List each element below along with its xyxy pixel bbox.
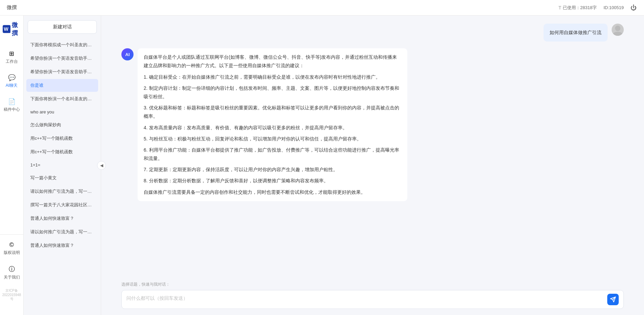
list-item[interactable]: 请以如何推广引流为题，写一篇大纲 xyxy=(26,226,98,238)
list-item[interactable]: 写一篇小黄文 xyxy=(26,172,98,184)
ai-response-paragraph: 7. 定期更新：定期更新内容，保持活跃度，可以让用户对你的内容产生兴趣，增加用户… xyxy=(144,165,401,174)
workbench-label: 工作台 xyxy=(6,59,18,64)
sidebar-item-draft[interactable]: 📄 稿件中心 xyxy=(0,95,23,116)
list-item[interactable]: 希望你扮演一个英语发音助手，我提供给你... xyxy=(26,52,98,65)
send-icon xyxy=(610,296,616,303)
quick-topics-label: 选择话题，快速与我对话： xyxy=(121,282,624,287)
beian-text: 京ICP备2022015948号 xyxy=(0,286,23,304)
nav-bottom: © 版权说明 ⓘ 关于我们 京ICP备2022015948号 xyxy=(0,234,23,307)
about-icon: ⓘ xyxy=(9,265,15,273)
sidebar-item-ai-chat[interactable]: 💬 AI聊天 xyxy=(0,71,23,92)
svg-text:W: W xyxy=(4,26,8,32)
topbar: 微撰 T 已使用：28318字 ID:100519 ⏻ xyxy=(0,0,644,16)
ai-response-paragraph: 6. 利用平台推广功能：自媒体平台都提供了推广功能，如广告投放、付费推广等，可以… xyxy=(144,146,401,163)
new-chat-button[interactable]: 新建对话 xyxy=(28,20,97,34)
list-item[interactable]: 普通人如何快速致富？ xyxy=(26,212,98,225)
ai-chat-icon: 💬 xyxy=(8,74,16,81)
collapse-panel-button[interactable]: ◀ xyxy=(97,161,106,170)
sidebar-item-about[interactable]: ⓘ 关于我们 xyxy=(0,262,23,284)
user-avatar xyxy=(612,24,624,36)
ai-response-paragraph: 8. 分析数据：定期分析数据，了解用户反馈和喜好，以便调整推广策略和内容发布频率… xyxy=(144,177,401,185)
copyright-icon: © xyxy=(9,241,14,248)
copyright-label: 版权说明 xyxy=(4,250,20,256)
user-message-bubble: 如何用自媒体做推广引流 xyxy=(544,24,608,42)
id-info: ID:100519 xyxy=(604,5,624,10)
list-item[interactable]: 请以如何推广引流为题，写一篇大纲 xyxy=(26,185,98,198)
workbench-icon: ⊞ xyxy=(9,50,14,57)
conv-panel-wrapper: 新建对话 下面你将模拟成一个叫圣友的程序员，我说...希望你扮演一个英语发音助手… xyxy=(24,16,101,315)
logo-text: 微撰 xyxy=(12,21,21,37)
logo-area: W 微撰 xyxy=(0,21,24,37)
draft-icon: 📄 xyxy=(8,98,16,105)
list-item[interactable]: 怎么做狗屎炒肉 xyxy=(26,119,98,131)
ai-response-paragraph: 1. 确定目标受众：在开始自媒体推广引流之前，需要明确目标受众是谁，以便在发布内… xyxy=(144,73,401,81)
ai-response-paragraph: 5. 与粉丝互动：积极与粉丝互动，回复评论和私信，可以增加用户对你的认可和信任，… xyxy=(144,135,401,143)
topbar-right: T 已使用：28318字 ID:100519 ⏻ xyxy=(558,4,637,11)
ai-message-bubble: 自媒体平台是个人或团队通过互联网平台(如博客、微博、微信公众号、抖音、快手等)发… xyxy=(138,48,407,201)
word-count-icon: T xyxy=(558,5,561,10)
ai-response-paragraph: 3. 优化标题和标签：标题和标签是吸引粉丝的重要因素。优化标题和标签可以让更多的… xyxy=(144,104,401,121)
list-item[interactable]: 1+1= xyxy=(26,159,98,171)
draft-label: 稿件中心 xyxy=(4,107,20,112)
ai-avatar: AI xyxy=(121,48,134,60)
chat-input-area: 选择话题，快速与我对话： xyxy=(101,278,644,315)
topbar-title: 微撰 xyxy=(7,4,17,11)
list-item[interactable]: 下面你将扮演一个名叫圣友的医生 xyxy=(26,93,98,105)
ai-response-paragraph: 自媒体推广引流需要具备一定的内容创作和社交能力，同时也需要不断尝试和优化，才能取… xyxy=(144,188,401,196)
user-avatar-icon xyxy=(612,24,624,36)
main-layout: W 微撰 ⊞ 工作台 💬 AI聊天 📄 稿件中心 © 版权说明 xyxy=(0,16,644,315)
conv-panel: 新建对话 下面你将模拟成一个叫圣友的程序员，我说...希望你扮演一个英语发音助手… xyxy=(24,16,101,315)
svg-point-2 xyxy=(615,26,620,31)
chat-input[interactable] xyxy=(126,295,604,304)
list-item[interactable]: 用c++写一个随机函数 xyxy=(26,132,98,145)
conv-list: 下面你将模拟成一个叫圣友的程序员，我说...希望你扮演一个英语发音助手，我提供给… xyxy=(24,38,101,315)
list-item[interactable]: 你是谁 xyxy=(26,79,98,92)
sidebar-item-workbench[interactable]: ⊞ 工作台 xyxy=(0,47,23,68)
list-item[interactable]: 用c++写一个随机函数 xyxy=(26,146,98,158)
list-item[interactable]: 下面你将模拟成一个叫圣友的程序员，我说... xyxy=(26,38,98,51)
power-button[interactable]: ⏻ xyxy=(631,4,637,11)
about-label: 关于我们 xyxy=(4,274,20,280)
user-message-row: 如何用自媒体做推广引流 xyxy=(121,24,624,42)
ai-avatar-text: AI xyxy=(125,52,130,57)
chat-area: 如何用自媒体做推广引流 AI 自媒体平台是个人或团队通过互联网平台(如博客、微博… xyxy=(101,16,644,315)
sidebar-item-copyright[interactable]: © 版权说明 xyxy=(0,238,23,259)
word-count-label: 已使用：28318字 xyxy=(563,5,597,11)
input-box-wrap xyxy=(121,290,624,309)
nav-items: ⊞ 工作台 💬 AI聊天 📄 稿件中心 xyxy=(0,47,23,234)
svg-point-3 xyxy=(613,32,622,36)
ai-chat-label: AI聊天 xyxy=(6,83,18,88)
word-count: T 已使用：28318字 xyxy=(558,5,597,11)
list-item[interactable]: 普通人如何快速致富？ xyxy=(26,239,98,252)
list-item[interactable]: 撰写一篇关于八大家花园社区一刻钟便民生... xyxy=(26,199,98,211)
list-item[interactable]: 希望你扮演一个英语发音助手，我提供给你... xyxy=(26,65,98,78)
logo-icon: W xyxy=(3,24,11,34)
left-nav: W 微撰 ⊞ 工作台 💬 AI聊天 📄 稿件中心 © 版权说明 xyxy=(0,16,24,315)
chat-messages: 如何用自媒体做推广引流 AI 自媒体平台是个人或团队通过互联网平台(如博客、微博… xyxy=(101,16,644,278)
send-button[interactable] xyxy=(607,294,619,305)
ai-response-paragraph: 4. 发布高质量内容：发布高质量、有价值、有趣的内容可以吸引更多的粉丝，并提高用… xyxy=(144,124,401,132)
list-item[interactable]: who are you xyxy=(26,106,98,118)
user-message-text: 如何用自媒体做推广引流 xyxy=(550,30,602,35)
ai-response-paragraph: 自媒体平台是个人或团队通过互联网平台(如博客、微博、微信公众号、抖音、快手等)发… xyxy=(144,53,401,70)
ai-response-paragraph: 2. 制定内容计划：制定一份详细的内容计划，包括发布时间、频率、主题、文案、图片… xyxy=(144,84,401,101)
ai-message-row: AI 自媒体平台是个人或团队通过互联网平台(如博客、微博、微信公众号、抖音、快手… xyxy=(121,48,624,201)
